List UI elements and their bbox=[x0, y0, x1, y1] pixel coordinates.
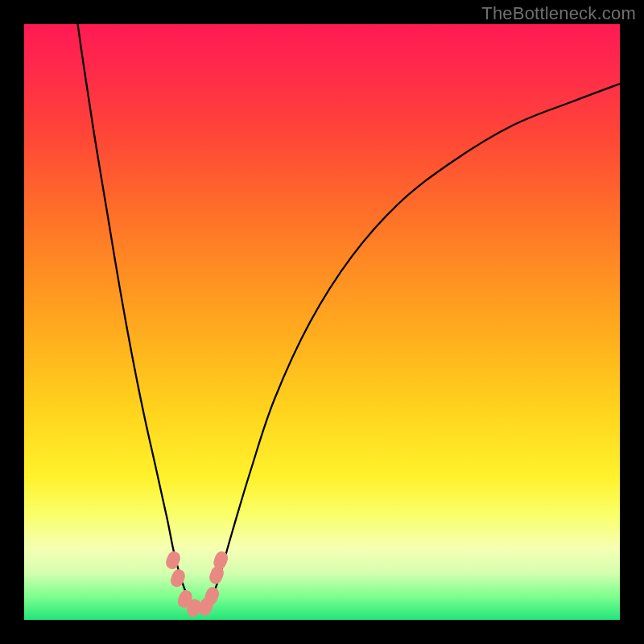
chart-frame: TheBottleneck.com bbox=[0, 0, 644, 644]
curve-markers bbox=[164, 550, 230, 618]
watermark-text: TheBottleneck.com bbox=[481, 3, 636, 24]
curve-layer bbox=[24, 24, 620, 620]
marker-dot bbox=[164, 550, 183, 571]
plot-area bbox=[24, 24, 620, 620]
bottleneck-curve bbox=[78, 24, 620, 609]
